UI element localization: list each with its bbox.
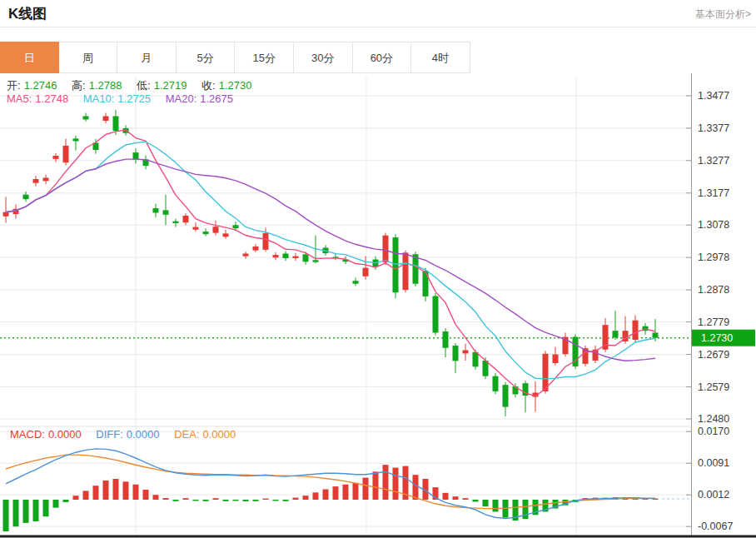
tab-60min[interactable]: 60分 <box>353 42 412 73</box>
svg-text:1.2878: 1.2878 <box>698 284 729 296</box>
svg-text:1.2779: 1.2779 <box>698 316 729 328</box>
high-label: 高: <box>72 79 86 92</box>
tab-15min[interactable]: 15分 <box>235 42 294 73</box>
svg-text:0.0091: 0.0091 <box>698 457 729 469</box>
tab-30min[interactable]: 30分 <box>294 42 353 73</box>
svg-text:1.2579: 1.2579 <box>698 381 729 393</box>
macd-legend: MACD:0.0000 DIFF:0.0000 DEA:0.0000 <box>10 428 239 441</box>
kline-app: K线图 基本面分析> 日 周 月 5分 15分 30分 60分 4时 1.347… <box>0 0 756 538</box>
tab-day[interactable]: 日 <box>0 42 59 73</box>
ma10-label: MA10: <box>83 92 115 105</box>
svg-text:-0.0067: -0.0067 <box>698 521 733 532</box>
interval-tabs: 日 周 月 5分 15分 30分 60分 4时 <box>0 42 470 73</box>
ma20-value: 1.2675 <box>200 92 233 105</box>
macd-label: MACD: <box>10 428 45 441</box>
close-label: 收: <box>201 79 216 92</box>
tab-month[interactable]: 月 <box>117 42 177 73</box>
svg-text:1.3277: 1.3277 <box>698 155 729 167</box>
high-value: 1.2788 <box>89 79 122 92</box>
low-value: 1.2719 <box>154 79 187 92</box>
dea-label: DEA: <box>174 428 199 441</box>
open-label: 开: <box>7 79 21 92</box>
tab-week[interactable]: 周 <box>59 42 118 73</box>
close-value: 1.2730 <box>219 79 252 92</box>
svg-text:1.3377: 1.3377 <box>698 122 729 134</box>
ma5-value: 1.2748 <box>35 92 68 105</box>
fundamental-analysis-link[interactable]: 基本面分析> <box>695 7 751 22</box>
svg-text:1.2730: 1.2730 <box>701 332 733 344</box>
diff-value: 0.0000 <box>127 428 160 441</box>
low-label: 低: <box>137 79 151 92</box>
svg-text:1.3477: 1.3477 <box>698 90 729 102</box>
svg-text:1.2480: 1.2480 <box>698 413 729 425</box>
svg-text:1.2978: 1.2978 <box>698 252 729 263</box>
svg-text:1.3078: 1.3078 <box>698 219 729 231</box>
macd-value: 0.0000 <box>48 428 82 441</box>
ma5-label: MA5: <box>7 92 32 105</box>
svg-text:0.0012: 0.0012 <box>698 489 729 501</box>
header: K线图 基本面分析> <box>0 0 756 27</box>
svg-text:1.3177: 1.3177 <box>698 187 729 199</box>
tab-4hour[interactable]: 4时 <box>411 42 470 73</box>
svg-text:0.0170: 0.0170 <box>698 426 729 437</box>
open-value: 1.2746 <box>24 79 57 92</box>
kline-chart[interactable]: 1.34771.33771.32771.31771.30781.29781.28… <box>0 73 756 538</box>
dea-value: 0.0000 <box>203 428 236 441</box>
tab-5min[interactable]: 5分 <box>177 42 236 73</box>
svg-text:1.2679: 1.2679 <box>698 349 729 361</box>
ma-legend: MA5:1.2748 MA10:1.2725 MA20:1.2675 <box>7 92 236 105</box>
page-title: K线图 <box>8 4 47 23</box>
kline-chart-svg[interactable]: 1.34771.33771.32771.31771.30781.29781.28… <box>0 73 756 538</box>
ma10-value: 1.2725 <box>117 92 151 105</box>
ma20-label: MA20: <box>166 92 197 105</box>
diff-label: DIFF: <box>96 428 123 441</box>
ohlc-legend: 开:1.2746 高:1.2788 低:1.2719 收:1.2730 <box>7 78 255 93</box>
